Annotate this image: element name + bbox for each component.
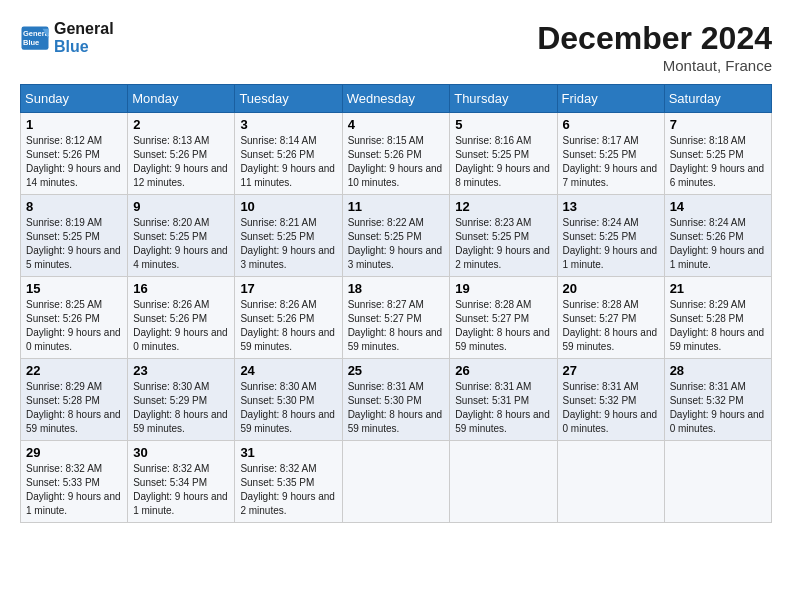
day-number: 9 <box>133 199 229 214</box>
day-number: 6 <box>563 117 659 132</box>
day-number: 31 <box>240 445 336 460</box>
day-number: 11 <box>348 199 445 214</box>
day-number: 2 <box>133 117 229 132</box>
day-info: Sunrise: 8:15 AM Sunset: 5:26 PM Dayligh… <box>348 134 445 190</box>
logo-line2: Blue <box>54 38 114 56</box>
weekday-header-tuesday: Tuesday <box>235 85 342 113</box>
calendar-cell: 10 Sunrise: 8:21 AM Sunset: 5:25 PM Dayl… <box>235 195 342 277</box>
day-info: Sunrise: 8:29 AM Sunset: 5:28 PM Dayligh… <box>670 298 766 354</box>
page-header: General Blue General Blue December 2024 … <box>20 20 772 74</box>
calendar-cell: 1 Sunrise: 8:12 AM Sunset: 5:26 PM Dayli… <box>21 113 128 195</box>
day-number: 12 <box>455 199 551 214</box>
day-info: Sunrise: 8:29 AM Sunset: 5:28 PM Dayligh… <box>26 380 122 436</box>
day-info: Sunrise: 8:16 AM Sunset: 5:25 PM Dayligh… <box>455 134 551 190</box>
day-info: Sunrise: 8:27 AM Sunset: 5:27 PM Dayligh… <box>348 298 445 354</box>
day-number: 15 <box>26 281 122 296</box>
calendar-cell: 8 Sunrise: 8:19 AM Sunset: 5:25 PM Dayli… <box>21 195 128 277</box>
calendar-cell: 19 Sunrise: 8:28 AM Sunset: 5:27 PM Dayl… <box>450 277 557 359</box>
calendar-cell: 27 Sunrise: 8:31 AM Sunset: 5:32 PM Dayl… <box>557 359 664 441</box>
day-info: Sunrise: 8:13 AM Sunset: 5:26 PM Dayligh… <box>133 134 229 190</box>
calendar-cell: 24 Sunrise: 8:30 AM Sunset: 5:30 PM Dayl… <box>235 359 342 441</box>
calendar-cell: 23 Sunrise: 8:30 AM Sunset: 5:29 PM Dayl… <box>128 359 235 441</box>
day-info: Sunrise: 8:31 AM Sunset: 5:30 PM Dayligh… <box>348 380 445 436</box>
day-info: Sunrise: 8:23 AM Sunset: 5:25 PM Dayligh… <box>455 216 551 272</box>
day-number: 10 <box>240 199 336 214</box>
day-info: Sunrise: 8:30 AM Sunset: 5:30 PM Dayligh… <box>240 380 336 436</box>
calendar-table: SundayMondayTuesdayWednesdayThursdayFrid… <box>20 84 772 523</box>
month-title: December 2024 <box>537 20 772 57</box>
day-number: 29 <box>26 445 122 460</box>
calendar-cell: 3 Sunrise: 8:14 AM Sunset: 5:26 PM Dayli… <box>235 113 342 195</box>
day-info: Sunrise: 8:28 AM Sunset: 5:27 PM Dayligh… <box>455 298 551 354</box>
day-info: Sunrise: 8:31 AM Sunset: 5:32 PM Dayligh… <box>670 380 766 436</box>
calendar-cell: 29 Sunrise: 8:32 AM Sunset: 5:33 PM Dayl… <box>21 441 128 523</box>
logo-icon: General Blue <box>20 23 50 53</box>
day-info: Sunrise: 8:24 AM Sunset: 5:25 PM Dayligh… <box>563 216 659 272</box>
weekday-header-sunday: Sunday <box>21 85 128 113</box>
weekday-header-thursday: Thursday <box>450 85 557 113</box>
week-row-3: 15 Sunrise: 8:25 AM Sunset: 5:26 PM Dayl… <box>21 277 772 359</box>
day-info: Sunrise: 8:17 AM Sunset: 5:25 PM Dayligh… <box>563 134 659 190</box>
day-info: Sunrise: 8:26 AM Sunset: 5:26 PM Dayligh… <box>133 298 229 354</box>
week-row-1: 1 Sunrise: 8:12 AM Sunset: 5:26 PM Dayli… <box>21 113 772 195</box>
calendar-cell: 31 Sunrise: 8:32 AM Sunset: 5:35 PM Dayl… <box>235 441 342 523</box>
weekday-header-row: SundayMondayTuesdayWednesdayThursdayFrid… <box>21 85 772 113</box>
logo: General Blue General Blue <box>20 20 114 55</box>
day-info: Sunrise: 8:31 AM Sunset: 5:31 PM Dayligh… <box>455 380 551 436</box>
weekday-header-monday: Monday <box>128 85 235 113</box>
weekday-header-saturday: Saturday <box>664 85 771 113</box>
calendar-cell <box>450 441 557 523</box>
day-info: Sunrise: 8:32 AM Sunset: 5:33 PM Dayligh… <box>26 462 122 518</box>
day-info: Sunrise: 8:22 AM Sunset: 5:25 PM Dayligh… <box>348 216 445 272</box>
calendar-cell <box>664 441 771 523</box>
calendar-cell: 15 Sunrise: 8:25 AM Sunset: 5:26 PM Dayl… <box>21 277 128 359</box>
calendar-cell: 26 Sunrise: 8:31 AM Sunset: 5:31 PM Dayl… <box>450 359 557 441</box>
calendar-cell: 2 Sunrise: 8:13 AM Sunset: 5:26 PM Dayli… <box>128 113 235 195</box>
day-number: 28 <box>670 363 766 378</box>
day-info: Sunrise: 8:32 AM Sunset: 5:35 PM Dayligh… <box>240 462 336 518</box>
calendar-cell: 7 Sunrise: 8:18 AM Sunset: 5:25 PM Dayli… <box>664 113 771 195</box>
calendar-cell: 21 Sunrise: 8:29 AM Sunset: 5:28 PM Dayl… <box>664 277 771 359</box>
day-number: 23 <box>133 363 229 378</box>
day-number: 24 <box>240 363 336 378</box>
week-row-5: 29 Sunrise: 8:32 AM Sunset: 5:33 PM Dayl… <box>21 441 772 523</box>
day-number: 27 <box>563 363 659 378</box>
day-number: 7 <box>670 117 766 132</box>
day-info: Sunrise: 8:19 AM Sunset: 5:25 PM Dayligh… <box>26 216 122 272</box>
calendar-cell: 28 Sunrise: 8:31 AM Sunset: 5:32 PM Dayl… <box>664 359 771 441</box>
calendar-cell: 5 Sunrise: 8:16 AM Sunset: 5:25 PM Dayli… <box>450 113 557 195</box>
calendar-cell: 17 Sunrise: 8:26 AM Sunset: 5:26 PM Dayl… <box>235 277 342 359</box>
weekday-header-friday: Friday <box>557 85 664 113</box>
day-number: 13 <box>563 199 659 214</box>
title-block: December 2024 Montaut, France <box>537 20 772 74</box>
week-row-2: 8 Sunrise: 8:19 AM Sunset: 5:25 PM Dayli… <box>21 195 772 277</box>
day-number: 18 <box>348 281 445 296</box>
calendar-cell: 20 Sunrise: 8:28 AM Sunset: 5:27 PM Dayl… <box>557 277 664 359</box>
calendar-cell: 12 Sunrise: 8:23 AM Sunset: 5:25 PM Dayl… <box>450 195 557 277</box>
day-info: Sunrise: 8:12 AM Sunset: 5:26 PM Dayligh… <box>26 134 122 190</box>
svg-text:Blue: Blue <box>23 38 39 47</box>
day-number: 4 <box>348 117 445 132</box>
day-info: Sunrise: 8:26 AM Sunset: 5:26 PM Dayligh… <box>240 298 336 354</box>
day-info: Sunrise: 8:30 AM Sunset: 5:29 PM Dayligh… <box>133 380 229 436</box>
day-number: 17 <box>240 281 336 296</box>
logo-line1: General <box>54 20 114 38</box>
day-number: 16 <box>133 281 229 296</box>
day-number: 3 <box>240 117 336 132</box>
day-number: 20 <box>563 281 659 296</box>
calendar-cell <box>557 441 664 523</box>
day-number: 8 <box>26 199 122 214</box>
day-number: 25 <box>348 363 445 378</box>
calendar-cell: 4 Sunrise: 8:15 AM Sunset: 5:26 PM Dayli… <box>342 113 450 195</box>
calendar-cell: 11 Sunrise: 8:22 AM Sunset: 5:25 PM Dayl… <box>342 195 450 277</box>
day-info: Sunrise: 8:25 AM Sunset: 5:26 PM Dayligh… <box>26 298 122 354</box>
week-row-4: 22 Sunrise: 8:29 AM Sunset: 5:28 PM Dayl… <box>21 359 772 441</box>
weekday-header-wednesday: Wednesday <box>342 85 450 113</box>
day-number: 21 <box>670 281 766 296</box>
day-number: 5 <box>455 117 551 132</box>
calendar-cell: 13 Sunrise: 8:24 AM Sunset: 5:25 PM Dayl… <box>557 195 664 277</box>
day-info: Sunrise: 8:32 AM Sunset: 5:34 PM Dayligh… <box>133 462 229 518</box>
calendar-cell: 9 Sunrise: 8:20 AM Sunset: 5:25 PM Dayli… <box>128 195 235 277</box>
calendar-cell: 6 Sunrise: 8:17 AM Sunset: 5:25 PM Dayli… <box>557 113 664 195</box>
calendar-cell: 22 Sunrise: 8:29 AM Sunset: 5:28 PM Dayl… <box>21 359 128 441</box>
